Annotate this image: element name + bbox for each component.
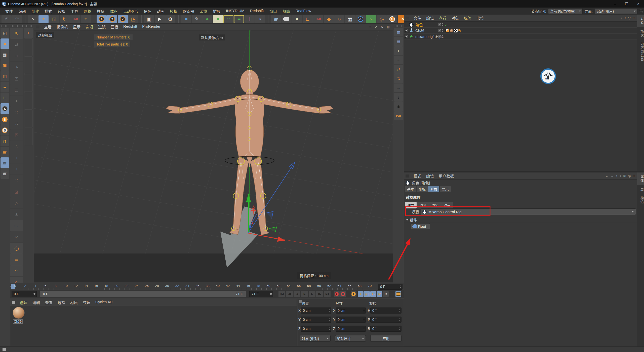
close-button[interactable]: × (632, 0, 644, 8)
material-preview-sphere[interactable] (13, 307, 24, 319)
psr-transfer-icon[interactable]: PSR (313, 15, 323, 23)
snap-auto-icon[interactable]: S (1, 125, 9, 136)
menu-item[interactable]: 模拟 (167, 9, 180, 14)
texture-tag-icon[interactable] (450, 29, 453, 32)
tool-settings-icon[interactable]: ↖ (10, 28, 23, 39)
points-arrow-icon[interactable]: ∷→ (10, 220, 23, 231)
menu-item[interactable]: 网格 (81, 9, 94, 14)
am-menu-item[interactable]: 用户数据 (436, 173, 456, 179)
add-generator-icon[interactable]: ■ (213, 15, 223, 23)
search-icon[interactable] (639, 9, 643, 13)
object-name[interactable]: Ch36 (415, 28, 424, 33)
move-tool-icon[interactable]: + (38, 15, 49, 23)
undo-icon[interactable]: ↶ (2, 15, 12, 23)
goto-end-button[interactable]: ▶▮ (324, 291, 331, 297)
menu-item[interactable]: 窗口 (267, 9, 280, 14)
rotate-tool-icon[interactable]: ↻ (60, 15, 70, 23)
add-spline-icon[interactable]: ✎ (192, 15, 202, 23)
cube-outline-icon[interactable]: ▢ (10, 84, 23, 95)
model-mode-icon[interactable]: ■ (1, 38, 9, 49)
z-axis-lock-icon[interactable]: Z (118, 15, 128, 23)
magnet-icon[interactable]: U (1, 136, 9, 146)
points-down-icon[interactable]: ↓ (10, 163, 23, 174)
menu-item[interactable]: 运动图形 (120, 9, 141, 14)
hex-points-icon[interactable]: ∴ (10, 141, 23, 152)
pan-view-icon[interactable]: + (368, 25, 372, 29)
arrange-vertical-icon[interactable]: ⇅ (394, 74, 403, 83)
point-grid-b-icon[interactable]: ∷ (10, 118, 23, 129)
position-y-field[interactable]: 0 cm (301, 317, 331, 323)
timeline-ruler[interactable]: 0246810121416182022242628303234363840424… (0, 283, 404, 290)
menu-item[interactable]: 渲染 (197, 9, 210, 14)
texture-mode-icon[interactable]: ▩ (1, 49, 9, 60)
viewport-menu-item[interactable]: Redshift (121, 24, 140, 29)
rotate-workplane-icon[interactable]: ▦ (1, 168, 9, 179)
menu-item[interactable]: 体积 (107, 9, 120, 14)
add-camera-icon[interactable] (281, 15, 292, 23)
om-menu-item[interactable]: 编辑 (424, 15, 436, 21)
camera-toggle-icon[interactable] (220, 36, 223, 39)
render-view-icon[interactable]: ▣ (144, 15, 154, 23)
om-side-tab[interactable]: 对象 (637, 15, 644, 27)
menu-item[interactable]: 选择 (55, 9, 68, 14)
maximize-button[interactable]: ❐ (621, 0, 632, 8)
psr-transfer-tool-icon[interactable]: PSR (394, 111, 403, 120)
sphere-tool-icon[interactable]: ◐ (10, 96, 23, 107)
menu-item[interactable]: 动画 (154, 9, 167, 14)
add-joint-icon[interactable]: ◆ (324, 15, 334, 23)
points-cluster-icon[interactable]: ∴∴ (10, 231, 23, 242)
axis-workplane-icon[interactable]: ∟ (303, 15, 313, 23)
panel-menu-icon[interactable] (406, 17, 409, 19)
layer-toggle-icon[interactable] (438, 23, 441, 26)
object-row[interactable]: 角色✓ (404, 22, 644, 28)
viewport-menu-item[interactable]: 选项 (83, 24, 96, 29)
am-tab[interactable]: 对象 (428, 186, 439, 192)
material-menu-item[interactable]: 编辑 (30, 300, 43, 305)
am-side-tab[interactable]: 构造 (637, 194, 644, 206)
workplane-icon[interactable]: ▦ (1, 147, 9, 157)
key-pla-button[interactable]: ∷ (383, 291, 389, 297)
menu-item[interactable]: Redshift (247, 9, 267, 14)
lock-workplane-icon[interactable]: ▦ (1, 157, 9, 168)
dots-tag-icon[interactable] (458, 29, 462, 32)
add-cloner-icon[interactable]: ■■ (234, 15, 244, 23)
coordinate-system-icon[interactable]: ◳ (128, 15, 138, 23)
points-eye-icon[interactable]: ∷ (10, 175, 23, 186)
view-label[interactable]: 透视视图 (36, 32, 54, 38)
lasso-selection-icon[interactable]: ◠ (10, 265, 23, 276)
rotation-b-field[interactable]: 0 ° (370, 326, 401, 332)
next-key-button[interactable]: ▮▶ (316, 291, 323, 297)
live-selection-tool-icon[interactable]: ◯ (10, 243, 23, 254)
viewport-canvas[interactable]: 透视视图 Number of emitters: 0Total live par… (34, 30, 393, 282)
position-z-field[interactable]: 0 cm (301, 326, 331, 332)
material-menu-item[interactable]: 创建 (17, 300, 30, 305)
free-move-icon[interactable]: + (81, 15, 91, 23)
live-selection-icon[interactable]: ↖ (28, 15, 38, 23)
add-array-icon[interactable]: ∷ (223, 15, 233, 23)
add-subdivision-surface-icon[interactable]: ● (202, 15, 212, 23)
viewport-menu-item[interactable]: 查看 (42, 24, 54, 29)
expand-icon[interactable] (405, 35, 408, 38)
spline-circle-icon[interactable]: ◌ (334, 15, 344, 23)
coordinate-mode-dropdown[interactable]: 对象 (相对) (300, 335, 331, 342)
toggle-views-icon[interactable]: ▦ (386, 25, 390, 29)
material-menu-item[interactable]: 查看 (43, 300, 55, 305)
components-section[interactable]: 组件 (404, 217, 644, 222)
point-grid-a-icon[interactable]: ∷ (10, 107, 23, 118)
layer-toggle-icon[interactable] (438, 29, 441, 32)
rig-mode-button[interactable]: 动画 (441, 202, 453, 208)
points-up-icon[interactable]: ↑ (10, 152, 23, 163)
rig-mode-button[interactable]: 绑定 (429, 202, 441, 208)
interface-dropdown[interactable]: 启动 (用户) (595, 8, 637, 14)
range-start-handle[interactable] (41, 292, 42, 296)
current-frame-field[interactable]: 0 F (378, 284, 403, 290)
am-menu-item[interactable]: 模式 (411, 173, 424, 179)
material-menu-item[interactable]: 材质 (68, 300, 80, 305)
silverwing-icon[interactable]: S (387, 15, 397, 23)
add-floor-icon[interactable]: ▦ (271, 15, 281, 23)
am-lock-icon[interactable]: ⚿ (623, 174, 626, 178)
menu-item[interactable]: 帮助 (280, 9, 293, 14)
scale-tool-icon[interactable]: ◱ (49, 15, 59, 23)
om-search-icon[interactable]: ⌕ (621, 16, 622, 20)
size-z-field[interactable]: 0 cm (336, 326, 366, 332)
